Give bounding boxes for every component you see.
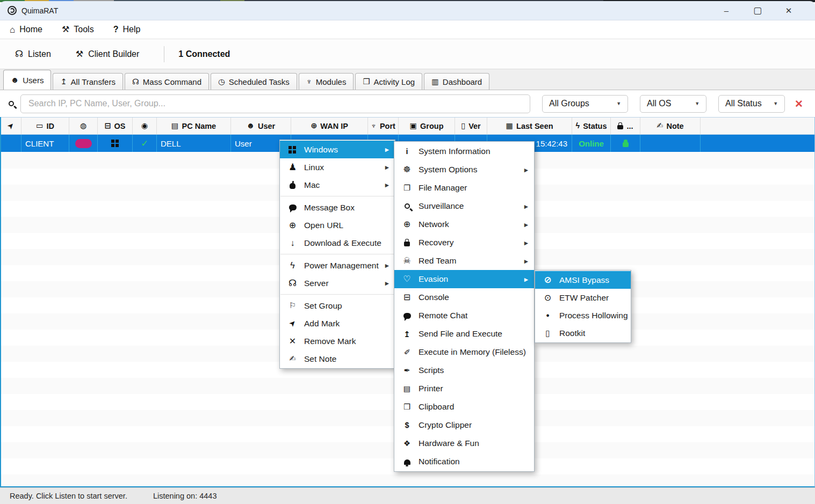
submenu-item-remote-chat[interactable]: Remote Chat [394, 306, 534, 325]
column-header-port[interactable]: ♆Port [368, 118, 399, 134]
submenu-item-console[interactable]: ⊟ Console [394, 288, 534, 306]
listen-button[interactable]: ☊ Listen [15, 49, 51, 59]
column-header-lock[interactable]: ... [611, 118, 640, 134]
eye-icon: ⊙ [542, 294, 554, 302]
toolbar: ☊ Listen ⚒ Client Builder 1 Connected [0, 39, 815, 69]
submenu-item-printer[interactable]: ▤ Printer [394, 379, 534, 398]
maximize-button[interactable]: ▢ [748, 3, 767, 18]
briefcase-icon: ▣ [409, 122, 417, 130]
column-header-user[interactable]: ☻User [231, 118, 291, 134]
context-item-open-url[interactable]: ⊕ Open URL [280, 216, 395, 234]
context-item-linux[interactable]: ♟ Linux [280, 158, 395, 176]
submenu-item-crypto-clipper[interactable]: $ Crypto Clipper [394, 416, 534, 434]
column-header-pin[interactable]: ➤ [1, 118, 21, 134]
submenu-item-etw-patcher[interactable]: ⊙ ETW Patcher [535, 289, 631, 306]
lightning-icon: ϟ [286, 261, 299, 270]
submenu-item-surveillance[interactable]: Surveillance [394, 197, 534, 215]
clear-filters-button[interactable]: ✕ [795, 98, 803, 110]
tab-mass-command-label: Mass Command [143, 77, 201, 86]
submenu-item-send-file-execute[interactable]: ↥ Send File and Execute [394, 325, 534, 343]
pin-icon: ➤ [285, 316, 299, 331]
context-item-remove-mark[interactable]: ✕ Remove Mark [280, 332, 395, 350]
client-pc-name-cell: DELL [157, 135, 231, 152]
os-filter-dropdown[interactable]: All OS [640, 95, 706, 113]
submenu-item-recovery[interactable]: Recovery [394, 233, 534, 252]
money-bag-icon: $ [401, 421, 413, 429]
column-header-ver[interactable]: ▯Ver [455, 118, 487, 134]
menu-home-label: Home [19, 25, 42, 34]
submenu-item-rootkit[interactable]: ▯ Rootkit [535, 324, 631, 342]
briefcase-icon: ❐ [401, 184, 413, 192]
client-flag-cell [69, 135, 98, 152]
penguin-icon: ♟ [286, 163, 299, 172]
submenu-item-process-hollowing[interactable]: ● Process Hollowing [535, 306, 631, 324]
context-item-power-management[interactable]: ϟ Power Management [280, 257, 395, 274]
client-lock-cell [611, 135, 640, 152]
info-icon: i [401, 148, 413, 156]
submenu-item-hardware-fun[interactable]: ❖ Hardware & Fun [394, 434, 534, 452]
minimize-button[interactable]: – [717, 3, 735, 18]
menu-help[interactable]: ? Help [113, 25, 141, 34]
submenu-item-file-manager[interactable]: ❐ File Manager [394, 179, 534, 197]
home-icon: ⌂ [10, 25, 15, 34]
app-logo-icon [8, 6, 17, 15]
search-input[interactable] [20, 94, 530, 113]
submenu-item-clipboard[interactable]: ❒ Clipboard [394, 398, 534, 416]
tab-scheduled-tasks[interactable]: ◷ Scheduled Tasks [211, 73, 297, 90]
column-header-wan-ip[interactable]: ⊕WAN IP [291, 118, 368, 134]
tab-scheduled-tasks-label: Scheduled Tasks [229, 77, 290, 86]
context-item-add-mark[interactable]: ➤ Add Mark [280, 315, 395, 332]
column-header-group[interactable]: ▣Group [399, 118, 455, 134]
submenu-item-system-options[interactable]: ☸ System Options [394, 160, 534, 179]
tab-activity-log[interactable]: ❒ Activity Log [355, 73, 422, 90]
column-header-note[interactable]: ✍Note [640, 118, 701, 134]
speech-bubble-icon [403, 313, 411, 319]
submenu-item-amsi-bypass[interactable]: ⊘ AMSI Bypass [535, 271, 631, 289]
column-header-camera[interactable]: ◉ [133, 118, 157, 134]
tab-mass-command[interactable]: ☊ Mass Command [125, 73, 209, 90]
column-header-last-seen[interactable]: ▦Last Seen [487, 118, 572, 134]
tag-icon: ⚐ [286, 302, 299, 310]
submenu-item-network[interactable]: ⊕ Network [394, 215, 534, 233]
submenu-item-red-team[interactable]: ☠ Red Team [394, 252, 534, 270]
tab-dashboard[interactable]: ▥ Dashboard [424, 73, 489, 90]
satellite-icon: ☊ [15, 49, 23, 59]
tab-users[interactable]: ☻ Users [3, 70, 51, 90]
check-icon: ✓ [141, 139, 148, 148]
person-icon: ☻ [11, 76, 19, 84]
status-filter-dropdown[interactable]: All Status [718, 95, 785, 113]
toolbar-divider [164, 46, 164, 62]
column-header-os[interactable]: ⊟OS [98, 118, 133, 134]
tab-modules[interactable]: ♆ Modules [299, 73, 354, 90]
tab-modules-label: Modules [316, 77, 347, 86]
context-item-mac[interactable]: Mac [280, 176, 395, 194]
submenu-item-scripts[interactable]: ✒ Scripts [394, 361, 534, 379]
x-icon: ✕ [286, 337, 299, 346]
skull-icon: ☠ [401, 257, 413, 265]
menu-home[interactable]: ⌂ Home [10, 25, 42, 34]
tab-all-transfers[interactable]: ↥ All Transfers [53, 73, 123, 90]
broadcast-icon: ☊ [132, 78, 139, 86]
menu-tools[interactable]: ⚒ Tools [62, 25, 94, 34]
submenu-item-evasion[interactable]: ♡ Evasion [394, 270, 534, 288]
context-item-server[interactable]: ☊ Server [280, 274, 395, 292]
id-badge-icon: ▭ [36, 122, 44, 130]
submenu-item-system-information[interactable]: i System Information [394, 142, 534, 160]
context-item-set-group[interactable]: ⚐ Set Group [280, 297, 395, 315]
groups-filter-dropdown[interactable]: All Groups [542, 95, 628, 113]
country-flag [75, 139, 92, 148]
help-icon: ? [113, 25, 119, 34]
close-button[interactable]: ✕ [780, 3, 798, 18]
status-listening-text: Listening on: 4443 [153, 492, 217, 500]
context-item-download-execute[interactable]: ↓ Download & Execute [280, 234, 395, 252]
context-item-set-note[interactable]: ✍ Set Note [280, 350, 395, 368]
submenu-item-execute-in-memory[interactable]: ✐ Execute in Memory (Fileless) [394, 343, 534, 361]
column-header-id[interactable]: ▭ID [21, 118, 69, 134]
submenu-item-notification[interactable]: Notification [394, 452, 534, 471]
context-item-windows[interactable]: Windows [280, 141, 395, 158]
context-item-message-box[interactable]: Message Box [280, 199, 395, 216]
column-header-status[interactable]: ϟStatus [572, 118, 611, 134]
client-builder-button[interactable]: ⚒ Client Builder [76, 49, 140, 59]
column-header-pc-name[interactable]: ▤PC Name [157, 118, 231, 134]
column-header-country[interactable]: ◍ [69, 118, 98, 134]
